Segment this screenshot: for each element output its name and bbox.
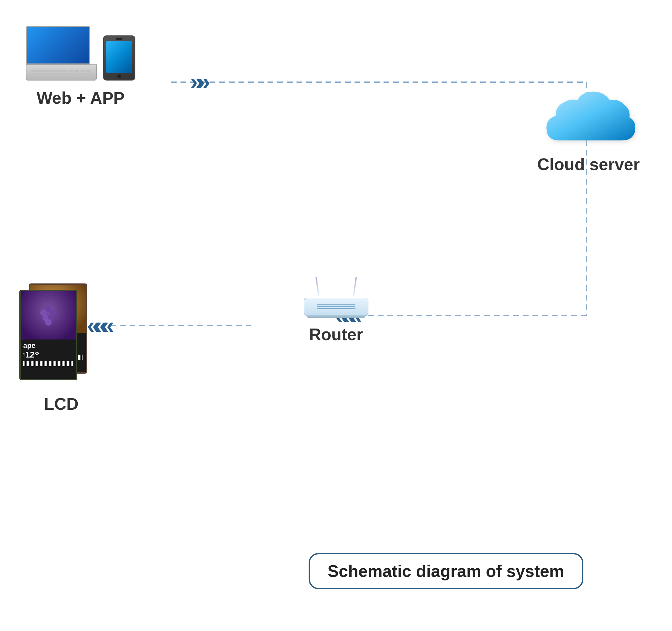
cloud-server-label: Cloud server <box>537 155 640 174</box>
key <box>38 70 43 72</box>
grape-dec: 88 <box>34 351 40 356</box>
key <box>68 70 73 72</box>
key <box>62 70 67 72</box>
key <box>86 70 91 72</box>
router-line <box>317 304 356 305</box>
router-lines <box>317 304 356 309</box>
diagram-container: »» ««« ««« <box>0 0 672 631</box>
router-label: Router <box>309 325 363 344</box>
laptop-screen <box>26 26 90 65</box>
web-app-label: Web + APP <box>37 88 124 107</box>
router-icon <box>301 277 371 316</box>
key <box>80 73 86 75</box>
grape-name: ape <box>23 342 35 350</box>
cloud-icon <box>537 84 640 149</box>
router-body <box>304 298 368 316</box>
schematic-text: Schematic diagram of system <box>328 562 564 580</box>
devices-group <box>26 26 135 80</box>
key <box>62 73 67 75</box>
router-antenna-left <box>315 277 319 296</box>
router-line <box>317 306 356 307</box>
key <box>38 73 43 75</box>
key <box>31 73 37 75</box>
key <box>43 70 49 72</box>
price-tag-content-grape: ape $1288 <box>21 339 76 379</box>
svg-text:»»: »» <box>190 69 209 94</box>
schematic-box: Schematic diagram of system <box>308 553 583 589</box>
key <box>55 70 61 72</box>
laptop-keyboard <box>26 65 97 80</box>
grape-price: $1288 <box>23 350 40 360</box>
lcd-section: Potato $199 <box>19 283 103 413</box>
laptop-screen-inner <box>27 27 89 64</box>
cloud-section: Cloud server <box>537 84 640 174</box>
lcd-icon: Potato $199 <box>19 283 103 386</box>
tablet-icon <box>103 35 135 80</box>
key <box>55 73 61 75</box>
key <box>68 73 73 75</box>
svg-point-15 <box>45 319 52 326</box>
grape-barcode <box>23 361 73 366</box>
key <box>74 73 79 75</box>
key <box>80 70 86 72</box>
lcd-label: LCD <box>44 394 79 413</box>
router-antenna-right <box>353 277 357 296</box>
web-app-section: Web + APP <box>26 26 135 107</box>
laptop-icon <box>26 26 97 80</box>
router-line <box>317 308 356 309</box>
price-tag-front: ape $1288 <box>19 290 77 380</box>
key <box>49 73 55 75</box>
router-base <box>307 315 365 318</box>
keyboard-grid <box>30 69 93 76</box>
key <box>86 73 91 75</box>
price-tag-image-grape <box>21 291 76 339</box>
key <box>49 70 55 72</box>
key <box>43 73 49 75</box>
key <box>31 70 37 72</box>
key <box>74 70 79 72</box>
tablet-home-button <box>117 74 121 78</box>
tablet-screen <box>106 41 132 73</box>
grape-main: 12 <box>25 350 34 359</box>
router-section: Router <box>301 277 371 344</box>
tablet-notch <box>116 38 122 40</box>
